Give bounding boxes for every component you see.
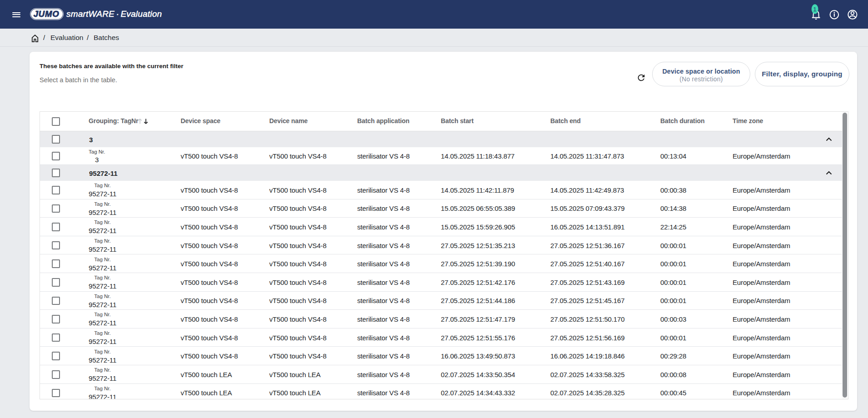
- svg-text:1: 1: [813, 6, 817, 13]
